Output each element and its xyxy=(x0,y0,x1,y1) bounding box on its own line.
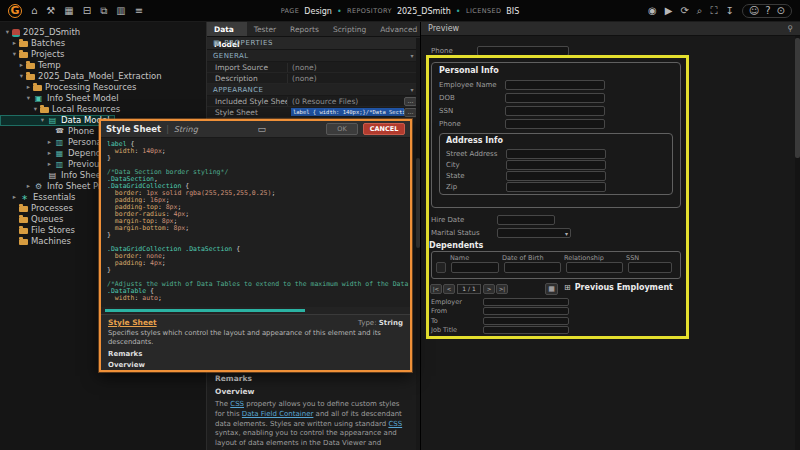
tab-scripting[interactable]: Scripting xyxy=(326,22,373,36)
expand-icon[interactable]: ▸ xyxy=(45,139,54,146)
tree-item-info-sheet-model[interactable]: ▾▣Info Sheet Model xyxy=(0,93,124,104)
input-zip[interactable] xyxy=(506,182,606,192)
property-value-included-style-sheets[interactable]: (0 Resource Files) xyxy=(287,97,404,106)
stats-icon[interactable]: ▥ xyxy=(116,6,125,16)
section-general[interactable]: GENERAL▾ xyxy=(207,50,420,62)
download-icon[interactable]: ↧ xyxy=(725,6,733,16)
collapse-icon[interactable]: ▾ xyxy=(17,73,26,80)
fullscreen-icon[interactable]: ⛶ xyxy=(710,6,717,16)
table-view-button[interactable]: ▦ xyxy=(545,283,558,295)
personal-info-section: Personal Info Employee NameDOBSSNPhone A… xyxy=(431,62,681,208)
section-appearance[interactable]: APPEARANCE▾ xyxy=(207,84,420,96)
prev-page-button[interactable]: < xyxy=(443,284,455,294)
last-page-button[interactable]: >| xyxy=(496,284,508,294)
hire-date-input[interactable] xyxy=(497,215,555,225)
phone-input[interactable] xyxy=(477,46,569,56)
tab-reports[interactable]: Reports xyxy=(283,22,326,36)
collapse-icon[interactable]: ▾ xyxy=(10,51,19,58)
code-scrollbar[interactable] xyxy=(105,309,305,312)
input-state[interactable] xyxy=(506,171,606,181)
cell-input-date-of-birth[interactable] xyxy=(504,262,561,273)
input-dob[interactable] xyxy=(505,93,605,103)
tree-item-local-resources[interactable]: ▾Local Resources xyxy=(0,104,125,115)
tree-item-phone[interactable]: ☎Phone xyxy=(0,126,99,137)
expand-icon[interactable]: ▸ xyxy=(10,194,19,201)
tree-item-processes[interactable]: Processes xyxy=(0,203,78,214)
help-icon[interactable]: ? xyxy=(765,6,770,16)
preview-scrollbar[interactable] xyxy=(795,36,800,450)
next-page-button[interactable]: > xyxy=(483,284,495,294)
tree-item-2025-data-model-extraction[interactable]: ▾2025_Data_Model_Extraction xyxy=(0,71,167,82)
expand-icon[interactable]: ▸ xyxy=(17,62,26,69)
collapse-icon[interactable]: ▾ xyxy=(24,95,33,102)
cell-input-name[interactable] xyxy=(451,262,499,273)
link-css[interactable]: CSS xyxy=(388,420,402,428)
home-icon[interactable]: ⌂ xyxy=(31,6,37,16)
repository-value: 2025_DSmith xyxy=(397,7,451,16)
tree-item-projects[interactable]: ▾Projects xyxy=(0,49,70,60)
expand-icon[interactable]: ▸ xyxy=(45,150,54,157)
tab-data-model[interactable]: Data Model xyxy=(207,22,247,36)
tree-item-essentials[interactable]: ▸∗Essentials xyxy=(0,192,81,203)
input-phone[interactable] xyxy=(505,119,605,129)
marital-status-select[interactable]: ▾ xyxy=(497,228,571,238)
app-logo[interactable]: G xyxy=(8,4,22,18)
tree-item-batches[interactable]: ▸Batches xyxy=(0,38,70,49)
tree-item-info-sheet[interactable]: ▤Info Sheet xyxy=(0,170,109,181)
link-data-field-container[interactable]: Data Field Container xyxy=(242,410,314,418)
tree-item-temp[interactable]: ▸Temp xyxy=(0,60,66,71)
input-employee-name[interactable] xyxy=(505,80,605,90)
list-icon[interactable]: ≡ xyxy=(135,6,143,16)
property-value-import-source[interactable]: (none) xyxy=(287,63,420,72)
search-icon[interactable]: ⌕ xyxy=(697,6,703,16)
input-ssn[interactable] xyxy=(505,106,605,116)
tree-item-machines[interactable]: Machines xyxy=(0,236,76,247)
user-icon[interactable]: ☺ xyxy=(749,6,759,16)
input-to[interactable] xyxy=(483,317,569,325)
input-job-title[interactable] xyxy=(483,326,569,334)
tab-advanced[interactable]: Advanced xyxy=(373,22,424,36)
properties-scrollbar[interactable] xyxy=(416,38,420,450)
property-name-link[interactable]: Style Sheet xyxy=(108,318,157,327)
tree-item-2025-dsmith[interactable]: ▾2025_DSmith xyxy=(0,27,85,38)
input-street-address[interactable] xyxy=(506,149,606,159)
scrollbar-thumb[interactable] xyxy=(795,38,800,158)
scrollbar-thumb[interactable] xyxy=(416,158,420,248)
link-css[interactable]: CSS xyxy=(230,400,244,408)
refresh-icon[interactable]: ⟳ xyxy=(680,6,688,16)
property-value-description[interactable]: (none) xyxy=(287,74,420,83)
input-employer[interactable] xyxy=(483,298,569,306)
field-label: Phone xyxy=(431,47,477,55)
ok-button[interactable]: OK xyxy=(326,123,358,135)
expand-icon[interactable]: ▸ xyxy=(10,40,19,47)
tree-item-queues[interactable]: Queues xyxy=(0,214,68,225)
row-selector[interactable] xyxy=(436,262,446,273)
tab-tester[interactable]: Tester xyxy=(247,22,283,36)
collapse-icon[interactable]: ▾ xyxy=(31,106,40,113)
field-job-title: Job Title xyxy=(431,326,569,336)
tree-item-processing-resources[interactable]: ▸Processing Resources xyxy=(0,82,142,93)
css-code-editor[interactable]: label { width: 140px;} /*Data Section bo… xyxy=(101,138,410,307)
input-city[interactable] xyxy=(506,160,606,170)
tree-item-data-model[interactable]: ▾▤Data Model xyxy=(0,115,115,126)
first-page-button[interactable]: |< xyxy=(430,284,442,294)
expand-icon[interactable]: ▸ xyxy=(45,161,54,168)
collapse-icon[interactable]: ▾ xyxy=(3,29,12,36)
play-icon[interactable]: ▶ xyxy=(665,6,673,16)
batches-icon[interactable]: ▦ xyxy=(64,6,73,16)
cell-input-ssn[interactable] xyxy=(628,262,672,273)
record-icon[interactable]: ◉ xyxy=(648,6,657,16)
expand-icon[interactable]: ▸ xyxy=(24,183,33,190)
archive-icon[interactable]: ⊟ xyxy=(83,6,91,16)
input-from[interactable] xyxy=(483,307,569,315)
expand-icon[interactable]: ▸ xyxy=(24,84,33,91)
export-icon[interactable]: ⧉ xyxy=(100,6,107,16)
property-value-style-sheet[interactable]: label { width: 140px;}/*Data Sectio xyxy=(291,108,404,116)
tree-item-file-stores[interactable]: File Stores xyxy=(0,225,80,236)
pin-icon[interactable]: ⚲ xyxy=(787,24,793,33)
collapse-icon[interactable]: ▾ xyxy=(38,117,47,124)
power-icon[interactable]: ⊙ xyxy=(777,6,785,16)
cancel-button[interactable]: CANCEL xyxy=(363,123,405,135)
cell-input-relationship[interactable] xyxy=(566,262,623,273)
tools-icon[interactable]: ⚒ xyxy=(46,6,55,16)
